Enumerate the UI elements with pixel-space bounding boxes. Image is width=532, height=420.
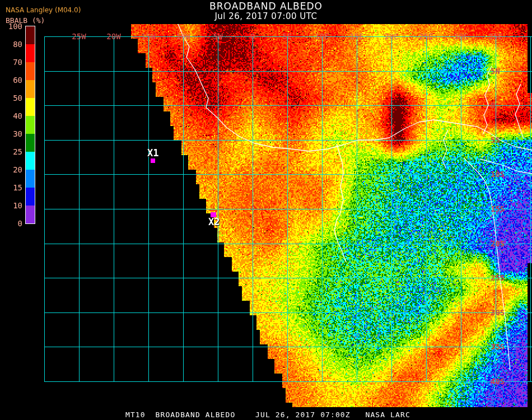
colorbar-segment (26, 116, 35, 134)
colorbar-tick-label: 10 (0, 201, 22, 210)
colorbar-tick-label: 80 (0, 40, 22, 49)
site-marker-label: X2 (208, 217, 220, 227)
colorbar-segment (26, 80, 35, 98)
latitude-label: 10S (491, 170, 505, 179)
colorbar-segment (26, 26, 35, 44)
colorbar-tick-label: 40 (0, 111, 22, 120)
colorbar-tick-label: 70 (0, 58, 22, 67)
colorbar-tick-label: 60 (0, 76, 22, 85)
colorbar-tick-label: 100 (0, 22, 22, 31)
longitude-label: 10W (176, 32, 190, 41)
latitude-label: 5S (491, 136, 500, 144)
footer-status-line: MT10 BROADBAND ALBEDO JUL 26, 2017 07:00… (125, 410, 410, 419)
latitude-label: 20S (491, 239, 505, 248)
colorbar-segment (26, 62, 35, 80)
albedo-map-canvas (0, 0, 532, 420)
colorbar-tick-label: 20 (0, 165, 22, 174)
latitude-label: 30S (491, 308, 505, 317)
longitude-label: 30E (454, 32, 468, 41)
colorbar-segment (26, 98, 35, 116)
colorbar-segment (26, 188, 35, 206)
latitude-label: 35S (491, 342, 505, 351)
site-marker-label: X1 (147, 148, 158, 158)
colorbar-tick-label: 25 (0, 147, 22, 156)
longitude-label: 20W (106, 32, 120, 41)
colorbar-segment (26, 152, 35, 170)
longitude-label: 10E (315, 32, 329, 41)
longitude-label: 5E (283, 32, 292, 41)
colorbar-tick-label: 50 (0, 94, 22, 102)
colorbar-tick-label: 30 (0, 129, 22, 138)
latitude-label: 0 (491, 101, 495, 110)
latitude-label: 40S (491, 377, 505, 386)
longitude-label: 25W (72, 32, 86, 41)
colorbar-segment (26, 134, 35, 152)
colorbar-segment (26, 170, 35, 188)
colorbar-tick-label: 15 (0, 183, 22, 192)
longitude-label: 20E (384, 32, 398, 41)
longitude-label: 5W (213, 32, 223, 41)
colorbar-tick-label: 0 (0, 219, 22, 228)
latitude-label: 25S (491, 273, 505, 282)
colorbar-segment (26, 206, 35, 223)
longitude-label: 0 (250, 32, 255, 41)
colorbar-segment (26, 44, 35, 62)
longitude-label: 15E (349, 32, 363, 41)
longitude-label: 35E (488, 32, 502, 41)
longitude-label: 25E (419, 32, 433, 41)
longitude-label: 15W (141, 32, 155, 41)
latitude-label: 5N (491, 67, 500, 76)
albedo-product-view: BROADBAND ALBEDO Jul 26, 2017 07:00 UTC … (0, 0, 532, 420)
site-marker-dot (151, 158, 155, 163)
latitude-label: 15S (491, 204, 505, 213)
nasa-langley-version-label: NASA Langley (M04.0) (6, 6, 81, 14)
